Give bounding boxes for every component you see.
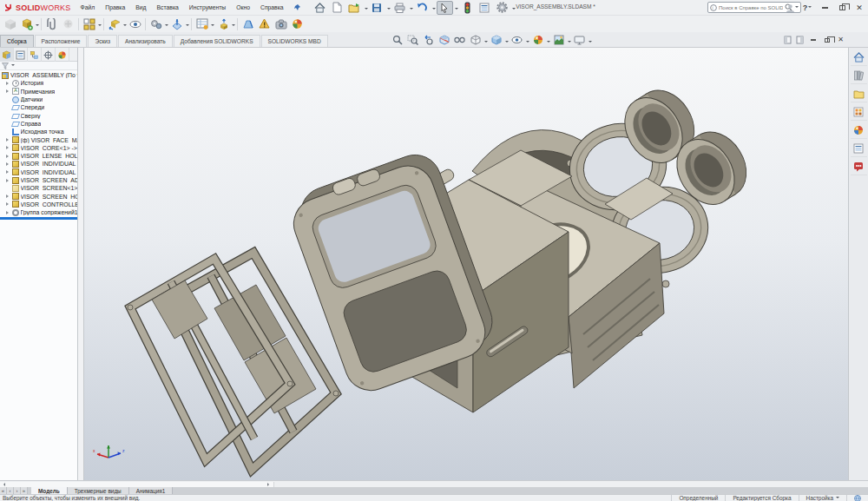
open-icon[interactable] (346, 1, 363, 15)
filter-caret[interactable] (11, 64, 15, 68)
panel-splitter[interactable] (78, 48, 84, 480)
dynamic-annotation-icon[interactable] (452, 34, 467, 47)
view-orientation-icon[interactable] (468, 34, 483, 47)
apply-scene-caret[interactable] (568, 41, 571, 44)
linear-pattern-caret[interactable] (98, 24, 102, 28)
file-explorer-icon[interactable] (851, 86, 867, 102)
tab-scroll-first-icon[interactable]: « (0, 487, 7, 494)
custom-properties-icon[interactable] (851, 141, 867, 157)
scroll-left-icon[interactable] (2, 483, 5, 486)
expand-arrow-icon[interactable] (6, 202, 10, 206)
doc-next-window-icon[interactable] (796, 36, 804, 44)
tab-display-manager[interactable] (56, 48, 69, 62)
home-icon[interactable] (312, 1, 328, 15)
expand-arrow-icon[interactable] (6, 155, 10, 158)
interference-detection-icon[interactable] (256, 17, 273, 31)
horizontal-scrollbar[interactable] (0, 480, 868, 487)
tab-property-manager[interactable] (14, 48, 28, 62)
doc-tab[interactable]: Анимация1 (129, 487, 174, 494)
tree-item[interactable]: VISOR_INDIVIDUAL_LENSE_HOLDER (0, 160, 77, 168)
view-orientation-caret[interactable] (484, 41, 488, 44)
move-component-icon[interactable] (106, 17, 122, 31)
restore-button[interactable] (835, 2, 849, 14)
doc-tab[interactable]: Трехмерные виды (68, 487, 129, 494)
new-document-icon[interactable] (329, 1, 345, 15)
exploded-view-icon[interactable] (214, 17, 231, 31)
expand-arrow-icon[interactable] (6, 146, 10, 149)
expand-arrow-icon[interactable] (6, 194, 10, 198)
instant3d-icon[interactable] (240, 17, 256, 31)
expand-arrow-icon[interactable] (6, 138, 10, 142)
command-tab[interactable]: Эскиз (88, 35, 117, 47)
close-button[interactable]: ✕ (852, 2, 866, 14)
appearance-caret[interactable] (547, 41, 550, 44)
tree-item[interactable]: Сверху (0, 111, 77, 119)
tree-item[interactable]: Датчики (0, 96, 77, 103)
mate-paperclip-icon[interactable] (43, 17, 60, 31)
tree-item[interactable]: Спереди (0, 103, 77, 111)
search-input[interactable] (719, 5, 783, 10)
minimize-button[interactable] (818, 2, 832, 14)
menu-item[interactable]: Вставка (153, 3, 183, 12)
help-button[interactable]: ? (800, 2, 814, 14)
expand-arrow-icon[interactable] (6, 170, 10, 174)
expand-arrow-icon[interactable] (6, 82, 10, 85)
menu-item[interactable]: Правка (101, 3, 129, 12)
doc-tab[interactable]: Модель (31, 487, 68, 494)
view-settings-caret[interactable] (589, 41, 592, 44)
select-cursor-icon[interactable] (437, 1, 453, 15)
insert-components-caret[interactable] (36, 24, 39, 28)
tree-item[interactable]: (ф) VISOR_FACE_MASK<1> (По ум (0, 135, 77, 143)
display-style-icon[interactable] (489, 34, 503, 47)
menu-item[interactable]: Вид (131, 3, 150, 12)
print-icon[interactable] (391, 1, 408, 15)
tree-item[interactable]: Исходная точка (0, 128, 77, 135)
view-palette-icon[interactable] (851, 104, 867, 121)
solidworks-forum-icon[interactable] (851, 159, 867, 175)
section-view-icon[interactable] (437, 34, 451, 47)
filter-funnel-icon[interactable] (2, 63, 9, 69)
select-caret[interactable] (455, 8, 458, 11)
tree-item[interactable]: Группа сопряжений1 (0, 208, 77, 216)
tab-scroll-last-icon[interactable]: » (21, 487, 28, 494)
linear-component-pattern-icon[interactable] (81, 17, 97, 31)
tree-item[interactable]: VISOR_LENSE_HOLDER<1> -> (По у (0, 152, 77, 160)
design-library-icon[interactable] (851, 68, 867, 84)
command-tab[interactable]: Анализировать (118, 35, 173, 47)
doc-minimize-button[interactable] (808, 34, 818, 46)
tree-item[interactable]: VISOR_CONTROLLER_HOLDER<1> - (0, 201, 77, 208)
command-tab[interactable]: Сборка (0, 35, 34, 47)
doc-restore-button[interactable] (822, 34, 832, 46)
save-icon[interactable] (369, 1, 385, 15)
tree-item[interactable]: Примечания (0, 88, 77, 96)
menu-item[interactable]: Файл (76, 3, 100, 12)
doc-close-button[interactable]: ✕ (836, 34, 845, 46)
tree-root-assembly[interactable]: VISOR_ASSEMBLY (По умолчанию<По (0, 71, 77, 79)
zoom-to-area-icon[interactable] (405, 34, 420, 47)
expand-arrow-icon[interactable] (6, 179, 10, 182)
hide-show-caret[interactable] (526, 41, 529, 44)
open-caret[interactable] (365, 8, 368, 11)
status-globe-icon[interactable] (846, 495, 868, 501)
command-tab[interactable]: SOLIDWORKS MBD (261, 35, 328, 47)
assembly-features-icon[interactable] (148, 17, 164, 31)
previous-view-icon[interactable] (421, 34, 436, 47)
edit-appearance-ball-icon[interactable] (530, 34, 545, 47)
take-snapshot-icon[interactable] (273, 17, 289, 31)
graphics-viewport[interactable]: x z (84, 48, 848, 480)
view-settings-icon[interactable] (572, 34, 587, 47)
display-style-caret[interactable] (505, 41, 509, 44)
help-caret[interactable] (808, 6, 812, 10)
expand-arrow-icon[interactable] (6, 89, 10, 93)
tree-item[interactable]: VISOR_INDIVIDUAL_LENSE_HOLDER (0, 168, 77, 176)
tab-scroll-prev-icon[interactable]: ‹ (7, 487, 14, 494)
undo-icon[interactable] (414, 1, 431, 15)
apply-scene-icon[interactable] (551, 34, 566, 47)
expand-arrow-icon[interactable] (6, 162, 10, 166)
status-configuration[interactable]: Настройка (799, 495, 846, 501)
show-hidden-components-icon[interactable] (127, 17, 143, 31)
scroll-right-icon[interactable] (267, 483, 271, 486)
expand-arrow-icon[interactable] (6, 211, 10, 214)
tree-item[interactable]: VISOR_SCREEN<1> -> (По умолч (0, 184, 77, 192)
appearances-scenes-icon[interactable] (851, 122, 867, 139)
